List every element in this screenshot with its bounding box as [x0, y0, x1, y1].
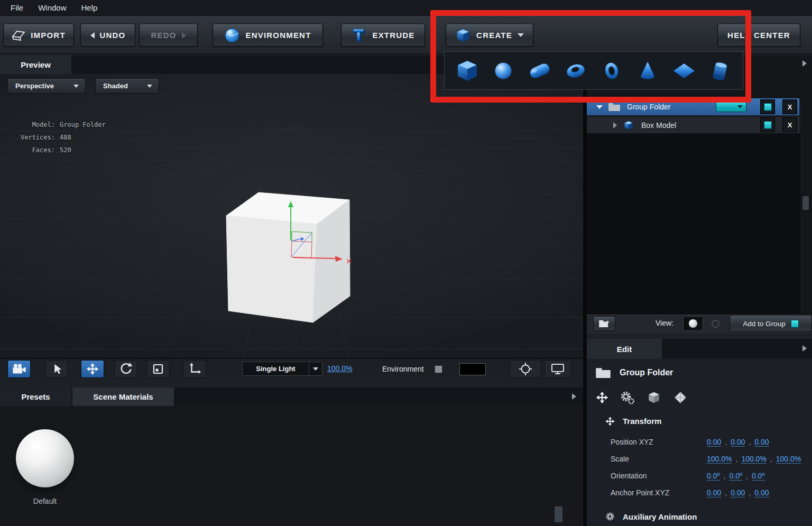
section-material-button[interactable] [671, 389, 689, 407]
scale-label: Scale [611, 455, 707, 463]
scene-scrollbar-handle[interactable] [802, 196, 809, 210]
menu-help[interactable]: Help [81, 3, 98, 12]
camera-icon [11, 363, 27, 375]
environment-button[interactable]: ENVIRONMENT [213, 24, 323, 47]
environment-button-label: ENVIRONMENT [245, 31, 311, 40]
frame-icon [151, 362, 165, 376]
orientation-z-value[interactable]: 0.0º [752, 472, 765, 481]
environment-color-swatch[interactable] [459, 363, 486, 375]
import-button[interactable]: IMPORT [3, 24, 74, 47]
tab-preview[interactable]: Preview [0, 56, 71, 74]
create-shape-plane[interactable] [670, 57, 698, 85]
tab-scene-materials-label: Scene Materials [93, 392, 153, 401]
viewport-3d[interactable]: Model:Group Folder Vertices:488 Faces:52… [0, 74, 583, 358]
scene-list-body[interactable] [587, 133, 812, 313]
shaded-sphere-icon [689, 319, 697, 328]
section-geometry-button[interactable] [645, 389, 663, 407]
focus-target-button[interactable] [510, 360, 541, 378]
undo-button[interactable]: UNDO [80, 24, 135, 47]
disclosure-open-icon[interactable] [596, 105, 603, 109]
section-transform-button[interactable] [593, 389, 611, 407]
position-x-value[interactable]: 0.00 [707, 438, 721, 447]
axis-tool-button[interactable] [183, 360, 206, 378]
tab-edit[interactable]: Edit [587, 339, 662, 359]
materials-scrollbar-handle[interactable] [555, 506, 562, 522]
section-animation-button[interactable] [619, 389, 636, 407]
create-shape-torus[interactable] [561, 57, 590, 85]
anchor-y-value[interactable]: 0.00 [731, 488, 745, 497]
position-y-value[interactable]: 0.00 [731, 438, 745, 447]
chevron-down-icon [147, 85, 152, 88]
create-shape-cube[interactable] [453, 57, 482, 85]
shading-mode-dropdown[interactable]: Shaded [95, 78, 159, 94]
anchor-x-value[interactable]: 0.00 [707, 488, 721, 497]
menu-window[interactable]: Window [38, 3, 66, 12]
scene-scroll-gutter [800, 74, 812, 313]
capsule-icon [527, 58, 552, 84]
viewport-zoom-link[interactable]: 100.0% [327, 364, 352, 373]
camera-mode-dropdown[interactable]: Perspective [7, 78, 86, 94]
anchor-label: Anchor Point XYZ [611, 488, 707, 497]
select-tool-button[interactable] [45, 360, 68, 378]
transform-row-orientation: Orientation 0.0º , 0.0º , 0.0º [611, 470, 812, 481]
box-model-label: Box Model [641, 121, 676, 130]
cube-icon [623, 120, 634, 131]
scale-z-value[interactable]: 100.0% [776, 455, 801, 464]
orientation-label: Orientation [611, 472, 707, 480]
create-button[interactable]: CREATE [446, 24, 533, 47]
create-shape-tube[interactable] [597, 57, 626, 85]
create-shape-cone[interactable] [633, 57, 662, 85]
orientation-x-value[interactable]: 0.0º [707, 472, 720, 481]
add-to-group-button[interactable]: Add to Group [730, 315, 812, 332]
tab-scene-materials[interactable]: Scene Materials [72, 387, 174, 406]
import-label: IMPORT [31, 31, 66, 40]
delete-x-label: X [788, 103, 792, 111]
box-delete-button[interactable]: X [782, 117, 797, 132]
help-center-button[interactable]: HELP CENTER [717, 24, 800, 47]
undo-label: UNDO [100, 31, 126, 40]
gear-icon [605, 511, 615, 522]
scale-y-value[interactable]: 100.0% [741, 455, 766, 464]
menu-file[interactable]: File [11, 3, 23, 12]
camera-tool-button[interactable] [7, 360, 31, 378]
chevron-down-icon [313, 367, 318, 371]
group-visibility-pill[interactable] [716, 101, 746, 112]
view-wireframe-button[interactable] [705, 316, 725, 331]
bottom-tabs-overflow-arrow[interactable] [572, 393, 576, 400]
material-default-label: Default [16, 497, 74, 505]
redo-button[interactable]: REDO [139, 24, 198, 47]
rotate-tool-button[interactable] [114, 360, 137, 378]
create-shape-capsule[interactable] [525, 57, 554, 85]
extrude-button[interactable]: EXTRUDE [341, 24, 425, 47]
tab-presets[interactable]: Presets [0, 387, 71, 406]
disclosure-closed-icon[interactable] [613, 122, 617, 128]
edit-panel-overflow-arrow[interactable] [802, 345, 807, 352]
orientation-y-value[interactable]: 0.0º [729, 472, 742, 481]
camera-mode-label: Perspective [15, 82, 54, 90]
group-select-checkbox[interactable] [760, 99, 775, 114]
anchor-z-value[interactable]: 0.00 [754, 488, 769, 497]
scale-x-value[interactable]: 100.0% [707, 455, 732, 464]
group-delete-button[interactable]: X [782, 99, 797, 114]
create-shape-sphere[interactable] [489, 57, 518, 85]
material-default-preview[interactable] [16, 429, 74, 487]
stat-model: Model:Group Folder [20, 118, 106, 131]
create-shape-cylinder[interactable] [706, 57, 734, 85]
add-folder-button[interactable] [593, 316, 615, 331]
position-z-value[interactable]: 0.00 [754, 438, 769, 447]
box-select-checkbox[interactable] [760, 117, 775, 132]
region-tool-button[interactable] [146, 360, 170, 378]
value-separator: , [725, 488, 727, 497]
panel-divider[interactable] [583, 56, 587, 526]
move-tool-button[interactable] [81, 360, 104, 378]
import-icon [12, 30, 25, 41]
environment-toggle[interactable] [435, 365, 442, 373]
axis-icon [188, 362, 201, 376]
redo-arrow-icon [182, 32, 186, 39]
light-mode-select[interactable]: Single Light [242, 362, 322, 376]
scene-panel-overflow-arrow[interactable] [802, 60, 807, 67]
fullscreen-preview-button[interactable] [544, 360, 571, 378]
view-shaded-button[interactable] [683, 316, 703, 331]
tab-preview-label: Preview [21, 60, 51, 69]
globe-icon [224, 27, 240, 43]
